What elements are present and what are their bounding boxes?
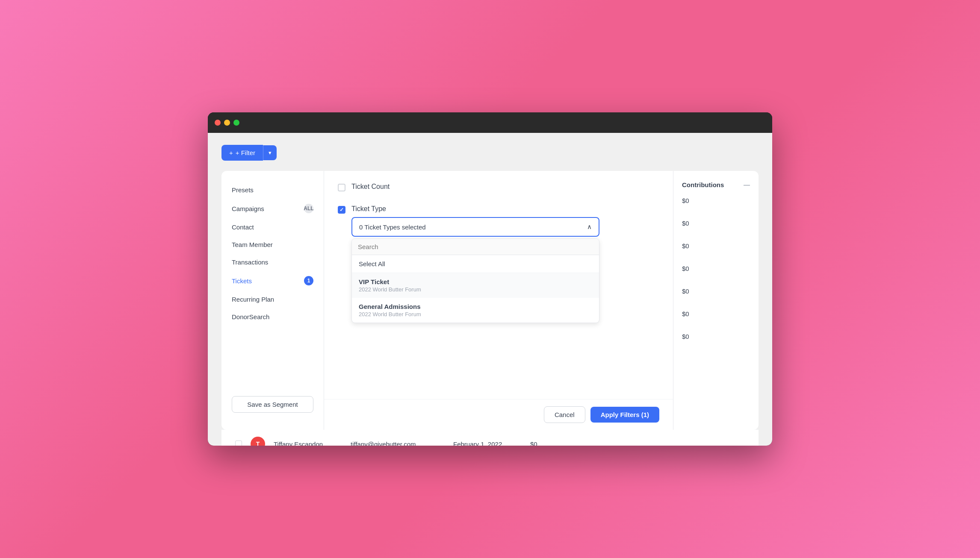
sidebar-item-tickets[interactable]: Tickets 1 <box>221 271 324 291</box>
action-bar: Cancel Apply Filters (1) <box>324 399 673 430</box>
ticket-type-content: Ticket Type 0 Ticket Types selected ∧ Se… <box>351 205 599 323</box>
ticket-count-filter-row: Ticket Count <box>338 183 659 195</box>
select-all-option[interactable]: Select All <box>352 255 599 273</box>
filter-label: + Filter <box>236 149 255 156</box>
dash-icon: — <box>744 181 750 188</box>
sidebar-item-recurring-plan[interactable]: Recurring Plan <box>221 291 324 308</box>
tickets-badge: 1 <box>304 276 313 285</box>
window-content: + + Filter ▾ Presets Campaigns ALL Conta… <box>208 133 772 446</box>
filter-dropdown-button[interactable]: ▾ <box>263 145 277 160</box>
ticket-type-dropdown-menu: Select All VIP Ticket 2022 World Butter … <box>351 238 599 323</box>
sidebar-item-transactions[interactable]: Transactions <box>221 253 324 271</box>
main-panel: Presets Campaigns ALL Contact Team Membe… <box>221 171 759 430</box>
ticket-type-filter-row: Ticket Type 0 Ticket Types selected ∧ Se… <box>338 205 659 323</box>
person-name: Tiffany Escandon <box>274 441 342 446</box>
sidebar-item-campaigns[interactable]: Campaigns ALL <box>221 199 324 218</box>
maximize-button[interactable] <box>233 120 239 126</box>
ticket-type-dropdown-trigger[interactable]: 0 Ticket Types selected ∧ <box>351 217 599 237</box>
contribution-value-6: $0 <box>682 310 750 317</box>
person-email: tiffany@givebutter.com <box>351 441 445 446</box>
contributions-header: Contributions — <box>682 181 750 188</box>
sidebar-item-label: Recurring Plan <box>232 296 274 303</box>
right-panel: Contributions — $0 $0 $0 $0 $0 $0 $0 <box>673 171 759 430</box>
apply-filters-button[interactable]: Apply Filters (1) <box>590 407 659 423</box>
vip-ticket-option[interactable]: VIP Ticket 2022 World Butter Forum <box>352 273 599 298</box>
avatar: T <box>251 437 265 446</box>
save-segment-button[interactable]: Save as Segment <box>232 396 313 413</box>
general-admissions-option[interactable]: General Admissions 2022 World Butter For… <box>352 298 599 323</box>
ticket-type-search-input[interactable] <box>352 239 599 255</box>
chevron-down-icon: ▾ <box>269 150 272 156</box>
ticket-count-label: Ticket Count <box>351 183 390 195</box>
sidebar-item-label: Team Member <box>232 241 273 248</box>
sidebar: Presets Campaigns ALL Contact Team Membe… <box>221 171 324 430</box>
minimize-button[interactable] <box>224 120 230 126</box>
sidebar-item-label: Transactions <box>232 258 268 266</box>
contribution-value-4: $0 <box>682 265 750 272</box>
sidebar-item-label: Tickets <box>232 277 252 285</box>
table-row: T Tiffany Escandon tiffany@givebutter.co… <box>221 429 759 446</box>
contribution-value-2: $0 <box>682 220 750 227</box>
close-button[interactable] <box>215 120 221 126</box>
contribution-value-7: $0 <box>682 333 750 340</box>
toolbar: + + Filter ▾ <box>221 145 759 161</box>
person-date: February 1, 2022 <box>453 441 522 446</box>
plus-icon: + <box>229 149 233 156</box>
sidebar-item-label: DonorSearch <box>232 313 269 320</box>
row-checkbox[interactable] <box>235 441 242 446</box>
contribution-value-5: $0 <box>682 288 750 295</box>
campaigns-badge: ALL <box>304 204 313 213</box>
sidebar-item-donorsearch[interactable]: DonorSearch <box>221 308 324 326</box>
cancel-button[interactable]: Cancel <box>544 406 585 423</box>
sidebar-item-presets[interactable]: Presets <box>221 181 324 199</box>
sidebar-footer: Save as Segment <box>221 389 324 420</box>
filter-button[interactable]: + + Filter <box>221 145 263 161</box>
sidebar-item-team-member[interactable]: Team Member <box>221 236 324 253</box>
ticket-count-checkbox[interactable] <box>338 184 345 191</box>
app-window: + + Filter ▾ Presets Campaigns ALL Conta… <box>208 112 772 446</box>
sidebar-item-contact[interactable]: Contact <box>221 218 324 236</box>
content-area: Ticket Count Ticket Type 0 Ticket Types … <box>324 171 673 430</box>
contribution-value-1: $0 <box>682 197 750 204</box>
contribution-value-3: $0 <box>682 242 750 250</box>
ticket-type-checkbox[interactable] <box>338 206 345 214</box>
dropdown-selected-text: 0 Ticket Types selected <box>359 223 426 231</box>
sidebar-item-label: Contact <box>232 223 254 231</box>
sidebar-item-label: Presets <box>232 186 254 194</box>
titlebar <box>208 112 772 133</box>
sidebar-item-label: Campaigns <box>232 205 264 212</box>
chevron-up-icon: ∧ <box>587 223 592 231</box>
person-amount: $0 <box>530 441 537 446</box>
